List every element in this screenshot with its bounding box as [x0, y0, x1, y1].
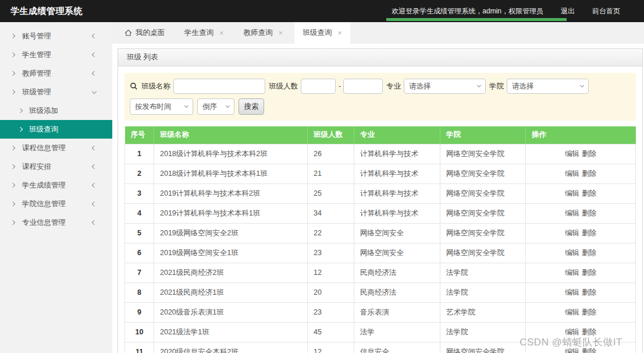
delete-link[interactable]: 删除	[582, 170, 596, 178]
cell-size: 25	[308, 183, 354, 203]
cell-name: 2019计算机科学与技术本科1班	[154, 203, 308, 223]
class-size-max-input[interactable]	[343, 79, 383, 94]
edit-link[interactable]: 编辑	[565, 348, 579, 353]
cell-actions: 编辑删除	[526, 243, 636, 263]
chevron-down-icon	[580, 83, 584, 87]
close-icon[interactable]: ×	[337, 29, 342, 37]
tab-class-query[interactable]: 班级查询×	[294, 22, 350, 44]
cell-no: 5	[125, 223, 154, 243]
cell-college: 法学院	[440, 322, 526, 342]
cell-major: 民商经济法	[354, 283, 440, 302]
cell-major: 计算机科学与技术	[354, 203, 440, 223]
edit-link[interactable]: 编辑	[565, 249, 579, 257]
class-name-input[interactable]	[173, 79, 265, 94]
sidebar-item-class-management[interactable]: 班级管理	[0, 83, 112, 101]
close-icon[interactable]: ×	[219, 29, 224, 37]
sort-order-select[interactable]: 倒序	[197, 98, 234, 115]
cell-major: 计算机科学与技术	[354, 144, 440, 164]
chevron-right-icon	[10, 202, 15, 206]
cell-size: 12	[308, 263, 354, 283]
table-row: 92020级音乐表演1班23音乐表演艺术学院编辑删除	[125, 302, 636, 322]
search-button[interactable]: 搜索	[239, 98, 264, 115]
sidebar-item-teacher-management[interactable]: 教师管理	[0, 64, 112, 83]
sidebar-item-college-info-management[interactable]: 学院信息管理	[0, 195, 112, 213]
col-header-actions: 操作	[526, 126, 636, 144]
sidebar-item-student-grade-management[interactable]: 学生成绩管理	[0, 176, 112, 195]
cell-size: 45	[308, 322, 354, 342]
sidebar-item-course-schedule[interactable]: 课程安排	[0, 157, 112, 176]
chevron-right-icon	[10, 71, 15, 76]
cell-actions: 编辑删除	[526, 144, 636, 164]
front-page-link[interactable]: 前台首页	[592, 6, 620, 16]
delete-link[interactable]: 删除	[582, 189, 596, 197]
edit-link[interactable]: 编辑	[565, 189, 579, 197]
cell-actions: 编辑删除	[526, 302, 636, 322]
chevron-left-icon	[92, 183, 97, 188]
cell-size: 26	[308, 144, 354, 164]
delete-link[interactable]: 删除	[582, 229, 596, 237]
sidebar-item-label: 学生成绩管理	[22, 181, 66, 190]
sidebar-item-account-management[interactable]: 账号管理	[0, 27, 112, 45]
tab-label: 教师查询	[244, 28, 273, 38]
delete-link[interactable]: 删除	[582, 348, 596, 353]
chevron-right-icon	[18, 127, 23, 132]
edit-link[interactable]: 编辑	[565, 229, 579, 237]
chevron-left-icon	[92, 52, 97, 57]
chevron-left-icon	[92, 71, 97, 76]
cell-name: 2020级信息安全本科2班	[154, 342, 308, 353]
sidebar-item-course-info-management[interactable]: 课程信息管理	[0, 139, 112, 157]
chevron-down-icon	[92, 89, 97, 93]
cell-college: 网络空间安全学院	[440, 183, 526, 203]
cell-major: 网络空间安全	[354, 243, 440, 263]
sidebar-item-label: 教师管理	[22, 69, 51, 79]
delete-link[interactable]: 删除	[582, 150, 596, 158]
cell-actions: 编辑删除	[526, 223, 636, 243]
cell-size: 23	[308, 302, 354, 322]
chevron-right-icon	[10, 183, 15, 188]
edit-link[interactable]: 编辑	[565, 308, 579, 316]
cell-no: 11	[125, 342, 154, 353]
class-size-min-input[interactable]	[301, 79, 336, 94]
table-row: 22018级计算机科学与技术本科1班21计算机科学与技术网络空间安全学院编辑删除	[125, 164, 636, 183]
chevron-down-icon	[226, 104, 230, 108]
edit-link[interactable]: 编辑	[565, 150, 579, 158]
delete-link[interactable]: 删除	[582, 328, 596, 336]
tab-teacher-query[interactable]: 教师查询×	[236, 22, 291, 44]
tab-label: 我的桌面	[136, 28, 165, 38]
delete-link[interactable]: 删除	[582, 288, 596, 296]
edit-link[interactable]: 编辑	[565, 328, 579, 336]
delete-link[interactable]: 删除	[582, 308, 596, 316]
col-header-no: 序号	[125, 126, 154, 144]
tab-student-query[interactable]: 学生查询×	[176, 22, 232, 44]
sidebar-item-major-info-management[interactable]: 专业信息管理	[0, 213, 112, 232]
delete-link[interactable]: 删除	[582, 249, 596, 257]
cell-actions: 编辑删除	[526, 322, 636, 342]
delete-link[interactable]: 删除	[582, 269, 596, 277]
sort-field-select[interactable]: 按发布时间	[130, 98, 193, 115]
sidebar-item-label: 专业信息管理	[22, 218, 66, 228]
tab-my-desktop[interactable]: 我的桌面	[116, 22, 173, 44]
sidebar-item-student-management[interactable]: 学生管理	[0, 45, 112, 64]
sidebar-subitem-class-query[interactable]: 班级查询	[0, 120, 112, 139]
cell-name: 2021级民商经济1班	[154, 283, 308, 302]
edit-link[interactable]: 编辑	[565, 170, 579, 178]
chevron-left-icon	[92, 34, 97, 38]
college-select[interactable]: 请选择	[507, 79, 589, 94]
cell-major: 计算机科学与技术	[354, 183, 440, 203]
chevron-left-icon	[92, 146, 97, 150]
logout-link[interactable]: 退出	[561, 6, 575, 16]
major-select[interactable]: 请选择	[404, 79, 486, 94]
sidebar-subitem-class-add[interactable]: 班级添加	[0, 101, 112, 120]
cell-no: 7	[125, 263, 154, 283]
delete-link[interactable]: 删除	[582, 209, 596, 217]
edit-link[interactable]: 编辑	[565, 269, 579, 277]
close-icon[interactable]: ×	[279, 29, 283, 37]
edit-link[interactable]: 编辑	[565, 288, 579, 296]
cell-actions: 编辑删除	[526, 263, 636, 283]
table-row: 102021级法学1班45法学法学院编辑删除	[125, 322, 636, 342]
app-title: 学生成绩管理系统	[0, 6, 83, 17]
tab-label: 班级查询	[303, 28, 332, 38]
edit-link[interactable]: 编辑	[565, 209, 579, 217]
cell-size: 23	[308, 243, 354, 263]
class-size-label: 班级人数	[269, 82, 298, 91]
